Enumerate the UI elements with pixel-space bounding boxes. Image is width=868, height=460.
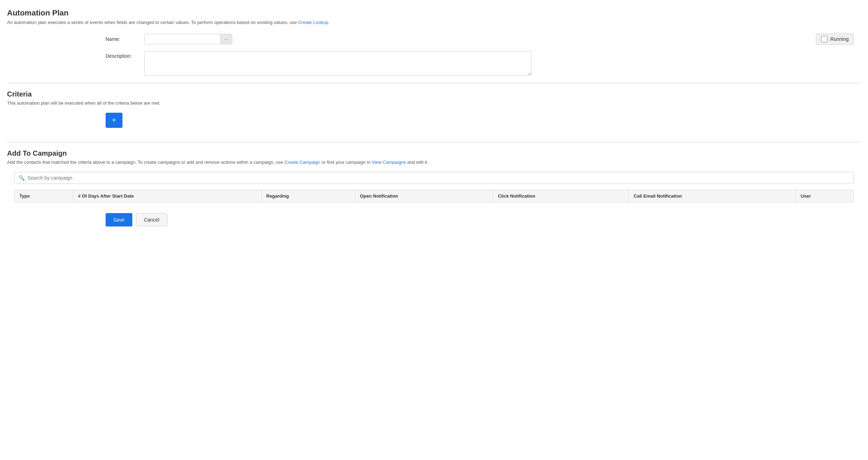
- create-campaign-link[interactable]: Create Campaign: [284, 160, 320, 165]
- search-input[interactable]: [27, 175, 849, 181]
- name-label: Name:: [106, 36, 141, 42]
- running-checkbox[interactable]: [821, 36, 828, 42]
- col-type: Type: [14, 190, 73, 203]
- table-header-row: Type # Of Days After Start Date Regardin…: [14, 190, 854, 203]
- add-criteria-button[interactable]: +: [106, 113, 122, 128]
- col-days: # Of Days After Start Date: [73, 190, 261, 203]
- name-icon-button[interactable]: ···: [220, 34, 232, 44]
- col-open-notification: Open Notification: [355, 190, 493, 203]
- name-input[interactable]: [145, 34, 220, 44]
- campaign-desc-prefix: Add the contacts that matched the criter…: [7, 160, 283, 165]
- search-icon: 🔍: [19, 175, 25, 181]
- search-wrapper: 🔍: [14, 172, 854, 184]
- campaign-desc-suffix: and edit it.: [407, 160, 428, 165]
- running-label: Running: [830, 36, 849, 42]
- campaign-title: Add To Campaign: [7, 149, 861, 157]
- campaign-divider: [7, 142, 861, 142]
- running-toggle: Running: [816, 33, 854, 45]
- col-regarding: Regarding: [261, 190, 355, 203]
- col-click-notification: Click Notification: [493, 190, 629, 203]
- description-row: Description:: [7, 51, 861, 76]
- table-header: Type # Of Days After Start Date Regardin…: [14, 190, 854, 203]
- name-input-wrapper: ···: [144, 34, 232, 44]
- campaign-desc: Add the contacts that matched the criter…: [7, 160, 861, 165]
- col-user: User: [795, 190, 854, 203]
- button-row: Save Cancel: [106, 213, 861, 226]
- criteria-divider: [7, 83, 861, 83]
- page-subtitle: An automation plan executes a series of …: [7, 20, 861, 25]
- campaign-desc-middle: or find your campaign in: [322, 160, 372, 165]
- create-lookup-link[interactable]: Create Lookup: [298, 20, 328, 25]
- description-textarea[interactable]: [144, 51, 532, 76]
- save-button[interactable]: Save: [106, 213, 132, 226]
- page-title: Automation Plan: [7, 8, 861, 18]
- criteria-title: Criteria: [7, 90, 861, 98]
- campaign-table: Type # Of Days After Start Date Regardin…: [14, 189, 854, 203]
- criteria-desc: This automation plan will be executed wh…: [7, 100, 861, 106]
- subtitle-suffix: .: [328, 20, 330, 25]
- description-label: Description:: [106, 51, 141, 59]
- view-campaigns-link[interactable]: View Campaigns: [372, 160, 406, 165]
- cancel-button[interactable]: Cancel: [136, 213, 168, 226]
- subtitle-text: An automation plan executes a series of …: [7, 20, 297, 25]
- col-call-email-notification: Call Email Notification: [629, 190, 795, 203]
